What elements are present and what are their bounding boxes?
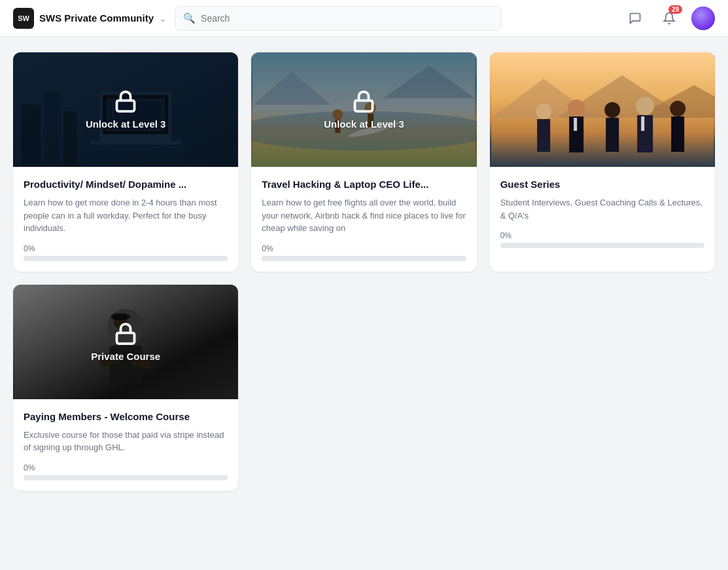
avatar[interactable] bbox=[691, 7, 715, 30]
card-guest[interactable]: Guest SeriesStudent Interviews, Guest Co… bbox=[490, 52, 715, 272]
search-input[interactable] bbox=[201, 13, 493, 24]
card-thumbnail-productivity: Unlock at Level 3 bbox=[13, 52, 238, 167]
card-scene-guest bbox=[490, 52, 715, 167]
progress-label-paying: 0% bbox=[24, 463, 228, 472]
svg-rect-33 bbox=[637, 115, 653, 152]
messages-icon bbox=[629, 12, 642, 25]
card-body-productivity: Productivity/ Mindset/ Dopamine ...Learn… bbox=[13, 167, 238, 272]
search-bar[interactable]: 🔍 bbox=[175, 6, 502, 31]
lock-label-travel: Unlock at Level 3 bbox=[324, 118, 404, 130]
card-desc-travel: Learn how to get free flights all over t… bbox=[262, 196, 466, 235]
header: SW SWS Private Community ⌄ 🔍 29 bbox=[0, 0, 728, 37]
card-grid: Unlock at Level 3Productivity/ Mindset/ … bbox=[13, 52, 715, 491]
card-title-guest: Guest Series bbox=[500, 177, 704, 191]
messages-button[interactable] bbox=[623, 7, 647, 30]
card-thumbnail-travel: Unlock at Level 3 bbox=[251, 52, 476, 167]
card-thumbnail-guest bbox=[490, 52, 715, 167]
card-travel[interactable]: Unlock at Level 3Travel Hacking & Laptop… bbox=[251, 52, 476, 272]
card-body-guest: Guest SeriesStudent Interviews, Guest Co… bbox=[490, 167, 715, 258]
search-icon: 🔍 bbox=[183, 12, 196, 24]
bell-icon bbox=[663, 12, 676, 25]
svg-rect-31 bbox=[606, 118, 619, 152]
card-title-paying: Paying Members - Welcome Course bbox=[24, 410, 228, 423]
card-desc-productivity: Learn how to get more done in 2-4 hours … bbox=[24, 196, 228, 235]
svg-rect-46 bbox=[117, 332, 135, 344]
progress-bar-guest bbox=[500, 243, 704, 248]
locked-overlay-paying: Private Course bbox=[13, 285, 238, 399]
svg-rect-11 bbox=[117, 101, 135, 112]
lock-icon bbox=[114, 90, 137, 113]
header-actions: 29 bbox=[623, 7, 715, 30]
card-title-productivity: Productivity/ Mindset/ Dopamine ... bbox=[24, 177, 228, 191]
brand-name: SWS Private Community bbox=[39, 12, 154, 24]
card-desc-guest: Student Interviews, Guest Coaching Calls… bbox=[500, 196, 704, 222]
progress-label-guest: 0% bbox=[500, 231, 704, 240]
svg-rect-21 bbox=[355, 101, 373, 112]
card-productivity[interactable]: Unlock at Level 3Productivity/ Mindset/ … bbox=[13, 52, 238, 272]
progress-label-travel: 0% bbox=[262, 244, 466, 253]
card-body-paying: Paying Members - Welcome CourseExclusive… bbox=[13, 399, 238, 491]
locked-overlay-productivity: Unlock at Level 3 bbox=[13, 52, 238, 167]
lock-label-paying: Private Course bbox=[91, 351, 160, 362]
svg-point-28 bbox=[568, 99, 585, 116]
chevron-down-icon[interactable]: ⌄ bbox=[159, 13, 167, 24]
lock-icon bbox=[114, 322, 137, 346]
svg-rect-35 bbox=[671, 116, 684, 152]
card-body-travel: Travel Hacking & Laptop CEO Life...Learn… bbox=[251, 167, 476, 272]
lock-icon bbox=[352, 90, 375, 113]
svg-point-26 bbox=[536, 103, 551, 119]
main-content: Unlock at Level 3Productivity/ Mindset/ … bbox=[0, 37, 728, 507]
progress-bar-paying bbox=[24, 475, 228, 480]
notification-badge: 29 bbox=[668, 5, 682, 14]
card-paying[interactable]: Private CoursePaying Members - Welcome C… bbox=[13, 285, 238, 491]
svg-point-34 bbox=[670, 101, 685, 116]
progress-label-productivity: 0% bbox=[24, 244, 228, 253]
avatar-image bbox=[691, 7, 715, 30]
lock-label-productivity: Unlock at Level 3 bbox=[86, 118, 166, 130]
brand-logo[interactable]: SW SWS Private Community ⌄ bbox=[13, 8, 167, 29]
progress-bar-productivity bbox=[24, 256, 228, 261]
card-thumbnail-paying: Private Course bbox=[13, 285, 238, 399]
card-desc-paying: Exclusive course for those that paid via… bbox=[24, 429, 228, 454]
progress-bar-travel bbox=[262, 256, 466, 261]
locked-overlay-travel: Unlock at Level 3 bbox=[251, 52, 476, 167]
svg-point-30 bbox=[604, 102, 620, 118]
svg-rect-36 bbox=[574, 118, 577, 131]
card-title-travel: Travel Hacking & Laptop CEO Life... bbox=[262, 177, 466, 191]
notifications-button[interactable]: 29 bbox=[657, 7, 681, 30]
svg-rect-37 bbox=[641, 116, 644, 131]
svg-rect-27 bbox=[537, 119, 550, 152]
svg-point-32 bbox=[636, 97, 654, 115]
brand-icon: SW bbox=[13, 8, 34, 29]
